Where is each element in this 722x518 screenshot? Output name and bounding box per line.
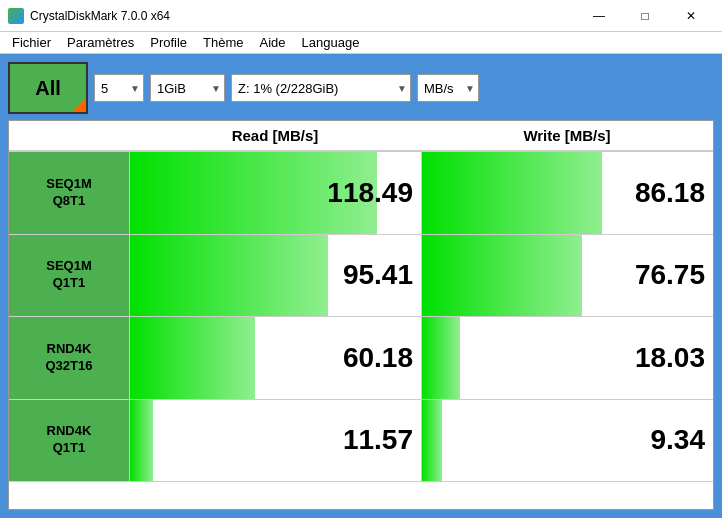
- app-icon: [8, 8, 24, 24]
- read-value-2: 60.18: [343, 342, 413, 374]
- drive-wrapper: Z: 1% (2/228GiB) ▼: [231, 74, 411, 102]
- read-cell-3: 11.57: [129, 400, 421, 482]
- unit-select[interactable]: MB/sGB/sIOPSμs: [417, 74, 479, 102]
- row-label-0: SEQ1M Q8T1: [9, 152, 129, 234]
- table-body: SEQ1M Q8T1118.4986.18SEQ1M Q1T195.4176.7…: [9, 152, 713, 481]
- write-value-0: 86.18: [635, 177, 705, 209]
- write-cell-0: 86.18: [421, 152, 713, 234]
- menu-item-profile[interactable]: Profile: [142, 33, 195, 52]
- table-row: SEQ1M Q1T195.4176.75: [9, 235, 713, 318]
- minimize-button[interactable]: —: [576, 0, 622, 32]
- size-wrapper: 16MiB32MiB64MiB128MiB256MiB512MiB1GiB2Gi…: [150, 74, 225, 102]
- table-row: RND4K Q1T111.579.34: [9, 400, 713, 482]
- drive-select[interactable]: Z: 1% (2/228GiB): [231, 74, 411, 102]
- table-header: Read [MB/s] Write [MB/s]: [9, 121, 713, 152]
- header-read: Read [MB/s]: [129, 121, 421, 150]
- maximize-button[interactable]: □: [622, 0, 668, 32]
- controls-row: All 1359 ▼ 16MiB32MiB64MiB128MiB256MiB51…: [8, 62, 714, 114]
- pass-count-wrapper: 1359 ▼: [94, 74, 144, 102]
- menu-item-aide[interactable]: Aide: [252, 33, 294, 52]
- read-value-1: 95.41: [343, 259, 413, 291]
- row-label-3: RND4K Q1T1: [9, 400, 129, 482]
- row-label-1: SEQ1M Q1T1: [9, 235, 129, 317]
- write-cell-1: 76.75: [421, 235, 713, 317]
- benchmark-table: Read [MB/s] Write [MB/s] SEQ1M Q8T1118.4…: [8, 120, 714, 510]
- row-label-2: RND4K Q32T16: [9, 317, 129, 399]
- read-cell-1: 95.41: [129, 235, 421, 317]
- write-cell-3: 9.34: [421, 400, 713, 482]
- write-cell-2: 18.03: [421, 317, 713, 399]
- title-bar: CrystalDiskMark 7.0.0 x64 — □ ✕: [0, 0, 722, 32]
- read-cell-2: 60.18: [129, 317, 421, 399]
- menu-item-fichier[interactable]: Fichier: [4, 33, 59, 52]
- table-row: RND4K Q32T1660.1818.03: [9, 317, 713, 400]
- read-value-3: 11.57: [343, 424, 413, 456]
- menu-item-paramètres[interactable]: Paramètres: [59, 33, 142, 52]
- main-content: All 1359 ▼ 16MiB32MiB64MiB128MiB256MiB51…: [0, 54, 722, 518]
- read-value-0: 118.49: [327, 177, 413, 209]
- window-controls: — □ ✕: [576, 0, 714, 32]
- unit-wrapper: MB/sGB/sIOPSμs ▼: [417, 74, 479, 102]
- pass-count-select[interactable]: 1359: [94, 74, 144, 102]
- menu-bar: FichierParamètresProfileThèmeAideLanguag…: [0, 32, 722, 54]
- header-empty: [9, 121, 129, 150]
- read-cell-0: 118.49: [129, 152, 421, 234]
- all-button[interactable]: All: [8, 62, 88, 114]
- menu-item-thème[interactable]: Thème: [195, 33, 251, 52]
- close-button[interactable]: ✕: [668, 0, 714, 32]
- write-value-2: 18.03: [635, 342, 705, 374]
- write-value-1: 76.75: [635, 259, 705, 291]
- write-value-3: 9.34: [651, 424, 706, 456]
- table-row: SEQ1M Q8T1118.4986.18: [9, 152, 713, 235]
- app-title: CrystalDiskMark 7.0.0 x64: [30, 9, 576, 23]
- size-select[interactable]: 16MiB32MiB64MiB128MiB256MiB512MiB1GiB2Gi…: [150, 74, 225, 102]
- table-footer: [9, 481, 713, 509]
- menu-item-language[interactable]: Language: [294, 33, 368, 52]
- header-write: Write [MB/s]: [421, 121, 713, 150]
